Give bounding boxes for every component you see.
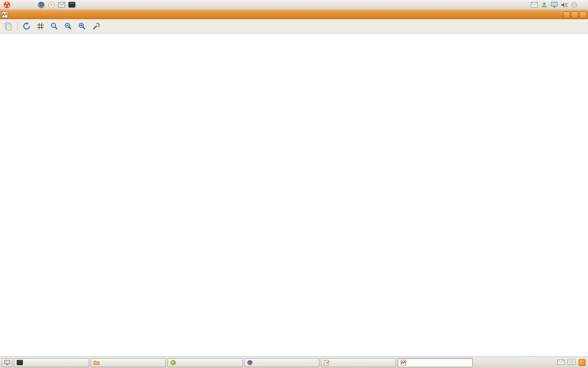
terminal-icon — [17, 360, 23, 365]
firefox-icon — [247, 360, 253, 366]
zoom-previous-button[interactable] — [49, 21, 59, 31]
maximize-button[interactable] — [571, 11, 578, 18]
ubuntu-logo-icon — [3, 1, 11, 9]
correlation-distance-chart — [0, 221, 588, 347]
ubuntu-logo-icon[interactable] — [3, 1, 11, 9]
close-button[interactable] — [579, 11, 586, 18]
copy-icon — [4, 22, 12, 30]
minimize-button[interactable] — [563, 11, 570, 18]
help-icon — [48, 1, 55, 9]
mail-icon — [58, 2, 65, 8]
gajim-icon — [170, 360, 176, 366]
text-editor-icon — [324, 360, 330, 366]
taskbar-item-terminal[interactable] — [14, 358, 89, 367]
weather-icon[interactable] — [571, 2, 577, 8]
keyboard-icon — [568, 359, 575, 365]
mail-launcher-icon[interactable] — [58, 2, 65, 8]
zoom-in-button[interactable] — [77, 21, 87, 31]
plot-background — [0, 347, 588, 357]
zoom-in-icon — [78, 22, 86, 30]
taskbar-item-file-manager[interactable] — [91, 358, 166, 367]
terminal-launcher-icon[interactable] — [68, 2, 76, 8]
gnuplot-icon — [401, 360, 406, 366]
menu-applications[interactable] — [12, 4, 20, 6]
help-button[interactable] — [105, 21, 115, 31]
window-titlebar[interactable] — [0, 10, 588, 19]
keyboard-indicator-icon[interactable] — [568, 359, 575, 366]
echo-distance-chart — [0, 96, 588, 221]
mail-notification-icon[interactable] — [531, 2, 538, 7]
taskbar-item-gnuplot[interactable] — [398, 358, 473, 367]
taskbar-item-firefox[interactable] — [244, 358, 319, 367]
panel-launchers — [38, 1, 76, 9]
update-notifier-icon[interactable] — [579, 359, 586, 366]
monitor-icon — [551, 2, 558, 8]
gnuplot-window-icon — [2, 11, 8, 18]
firefox-launcher-icon[interactable] — [38, 1, 45, 9]
show-desktop-button[interactable] — [2, 358, 12, 367]
file-manager-icon — [94, 360, 100, 365]
copy-button[interactable] — [3, 21, 13, 31]
panel-status-area — [531, 2, 586, 8]
weather-icon — [571, 2, 577, 8]
volume-icon[interactable] — [561, 2, 568, 8]
mail-tray-icon[interactable] — [557, 359, 564, 366]
zoom-previous-icon — [50, 22, 58, 30]
replot-refresh-icon — [22, 22, 31, 30]
user-icon — [541, 2, 548, 8]
session-user-icon[interactable] — [541, 2, 548, 8]
taskbar-item-editor[interactable] — [321, 358, 396, 367]
toggle-grid-button[interactable] — [36, 21, 45, 31]
gnuplot-toolbar — [0, 19, 588, 34]
desktop-icon — [4, 360, 10, 365]
menu-system[interactable] — [27, 4, 34, 6]
taskbar-status-area — [554, 359, 586, 366]
taskbar — [0, 357, 588, 368]
menu-places[interactable] — [20, 4, 27, 6]
speaker-icon — [561, 2, 568, 8]
help-launcher-icon[interactable] — [48, 1, 55, 9]
settings-wrench-icon — [92, 22, 100, 30]
replot-button[interactable] — [22, 21, 31, 31]
taskbar-item-gajim[interactable] — [167, 358, 243, 367]
grid-icon — [36, 22, 45, 30]
gnome-top-panel — [0, 0, 588, 10]
zoom-out-icon — [64, 22, 72, 30]
toolbar-separator — [17, 22, 18, 31]
waveform-sample-chart — [0, 34, 588, 96]
mail-icon — [557, 359, 564, 365]
mail-icon — [531, 2, 538, 7]
titlebar-buttons — [563, 11, 586, 18]
firefox-icon — [38, 1, 45, 9]
terminal-icon — [68, 2, 76, 8]
zoom-out-button[interactable] — [63, 21, 73, 31]
settings-button[interactable] — [91, 21, 101, 31]
network-monitor-icon[interactable] — [551, 2, 558, 8]
